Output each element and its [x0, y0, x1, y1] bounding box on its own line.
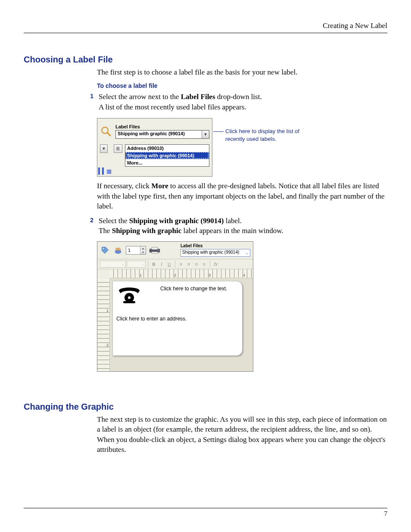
bold-button[interactable]: B [150, 261, 157, 268]
change-text-placeholder[interactable]: Click here to change the text. [160, 286, 227, 292]
people-icon[interactable] [113, 245, 123, 255]
step-number: 1 [87, 92, 93, 112]
changing-graphic-paragraph: The next step is to customize the graphi… [97, 414, 387, 455]
telephone-icon[interactable] [117, 285, 141, 304]
step2-line2-b: label appears in the main window. [181, 227, 283, 235]
page-number: 7 [24, 510, 387, 517]
fig2-toolbar-format: ⌄ ⌄ B I U ≡ ≡ ≡ ≡ fx [97, 259, 253, 269]
ruler-horizontal: 1 2 3 4 [109, 269, 253, 278]
ruler-tick: 3 [209, 273, 211, 277]
printer-icon[interactable] [149, 246, 161, 254]
after-fig1-a: If necessary, click [97, 182, 151, 190]
ruler-tick: 2 [106, 343, 109, 347]
fig2-combobox-value: Shipping with graphic (99014) [181, 249, 244, 256]
svg-rect-8 [152, 252, 158, 253]
step1-text-line2: A list of the most recently used label f… [99, 103, 246, 111]
font-family-select[interactable]: ⌄ [100, 261, 126, 268]
step2-line2-a: The [99, 227, 112, 235]
toolbar-divider [175, 261, 175, 268]
after-fig1-paragraph: If necessary, click More to access all t… [97, 181, 387, 211]
toolbar-divider [210, 261, 210, 268]
grid-icon: ▦ [106, 168, 112, 174]
svg-point-5 [118, 248, 121, 250]
list-item[interactable]: Address (99010) [125, 145, 209, 152]
bars-icon: ▍▍ [99, 168, 105, 174]
ruler-vertical: 1 2 [97, 278, 110, 371]
align-left-button[interactable]: ≡ [177, 261, 184, 268]
figure-2: 1 ▲▼ Label Files Shipping with graphic (… [97, 241, 253, 372]
section-changing-graphic: Changing the Graphic [24, 402, 387, 412]
copies-spinner[interactable]: 1 ▲▼ [126, 246, 146, 255]
ruler-tick: 4 [243, 273, 245, 277]
underline-button[interactable]: U [166, 261, 173, 268]
spinner-value: 1 [126, 248, 140, 253]
chevron-down-icon[interactable]: ⌄ [244, 249, 250, 256]
label-canvas[interactable]: Click here to change the text. Click her… [112, 281, 243, 356]
chevron-down-icon[interactable]: ▼ [202, 131, 209, 138]
fig1-frame: Label Files Shipping with graphic (99014… [97, 118, 212, 177]
enter-address-placeholder[interactable]: Click here to enter an address. [116, 316, 187, 322]
step2-text-bold: Shipping with graphic (99014) [129, 217, 224, 225]
after-fig1-bold: More [151, 182, 168, 190]
figure-1-callout: Click here to display the list of recent… [219, 128, 311, 143]
mini-dropdown-button[interactable]: ▼ [100, 144, 108, 153]
svg-point-2 [103, 248, 104, 249]
step-2: 2 Select the Shipping with graphic (9901… [87, 216, 387, 236]
align-right-button[interactable]: ≡ [193, 261, 200, 268]
header-rule [24, 33, 387, 33]
fig2-label-files-caption: Label Files [181, 243, 250, 248]
intro-paragraph: The first step is to choose a label file… [97, 67, 387, 77]
step-1: 1 Select the arrow next to the Label Fil… [87, 92, 387, 112]
fig2-label-files-combobox[interactable]: Shipping with graphic (99014) ⌄ [181, 249, 250, 257]
label-canvas-area: Click here to change the text. Click her… [110, 278, 253, 371]
svg-point-3 [115, 249, 121, 254]
step1-text-b: drop-down list. [215, 93, 262, 101]
step2-text-a: Select the [99, 217, 129, 225]
align-justify-button[interactable]: ≡ [201, 261, 208, 268]
svg-rect-7 [152, 247, 158, 249]
step1-text-bold: Label Files [181, 93, 215, 101]
label-files-combobox[interactable]: Shipping with graphic (99014) ▼ [115, 130, 209, 139]
svg-point-12 [128, 296, 131, 299]
svg-line-1 [107, 133, 110, 136]
page-header-chapter: Creating a New Label [24, 22, 387, 30]
procedure-title: To choose a label file [97, 82, 387, 89]
ruler-tick: 1 [140, 273, 142, 277]
bold-button[interactable]: B [114, 144, 122, 153]
combobox-value: Shipping with graphic (99014) [116, 131, 202, 138]
ruler-tick: 1 [106, 308, 109, 313]
toolbar-divider [148, 261, 148, 268]
spinner-up-icon[interactable]: ▲ [140, 246, 146, 250]
spinner-down-icon[interactable]: ▼ [140, 250, 146, 254]
recent-labels-dropdown[interactable]: Address (99010) Shipping with graphic (9… [125, 144, 209, 167]
font-size-select[interactable]: ⌄ [127, 261, 146, 268]
list-item-more[interactable]: More... [125, 159, 209, 166]
fx-button[interactable]: fx [212, 261, 219, 268]
step1-text-a: Select the arrow next to the [99, 93, 181, 101]
magnifier-icon [100, 125, 112, 137]
step2-line2-bold: Shipping with graphic [112, 227, 182, 235]
svg-rect-11 [123, 301, 135, 303]
list-item-selected[interactable]: Shipping with graphic (99014) [125, 152, 209, 159]
fig2-toolbar-main: 1 ▲▼ Label Files Shipping with graphic (… [97, 242, 253, 259]
step-number: 2 [87, 216, 93, 236]
italic-button[interactable]: I [158, 261, 165, 268]
ruler-tick: 2 [174, 273, 176, 277]
label-files-caption: Label Files [115, 124, 209, 129]
footer-rule [24, 508, 387, 508]
section-choosing-label-file: Choosing a Label File [24, 55, 387, 65]
label-icon[interactable] [100, 245, 110, 255]
align-center-button[interactable]: ≡ [185, 261, 192, 268]
figure-1: Label Files Shipping with graphic (99014… [97, 118, 387, 177]
step2-text-b: label. [224, 217, 242, 225]
svg-point-9 [158, 250, 159, 251]
